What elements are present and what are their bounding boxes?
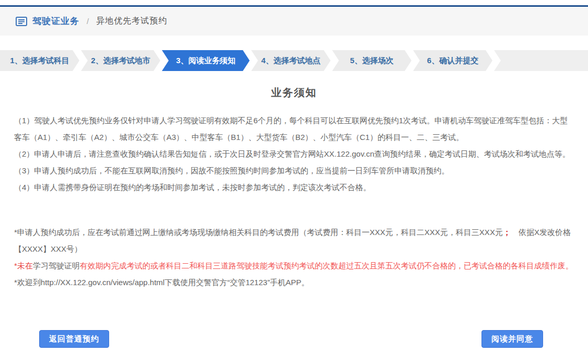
page-header: 驾驶证业务 / 异地优先考试预约: [0, 7, 588, 36]
breadcrumb-separator: /: [87, 17, 89, 26]
warning-line: *未在学习驾驶证明有效期内完成考试的或者科目二和科目三道路驾驶技能考试预约考试的…: [14, 257, 574, 274]
breadcrumb-service-title[interactable]: 驾驶证业务: [32, 15, 79, 27]
warning-prefix: *未在: [14, 261, 33, 270]
step-3-read-notice[interactable]: 3、阅读业务须知: [162, 50, 250, 71]
menu-list-icon: [16, 17, 27, 26]
footer-actions: 返回普通预约 阅读并同意: [0, 330, 588, 348]
warning-gray-text: 学习驾驶证明: [33, 261, 80, 270]
top-strip: [0, 0, 588, 5]
app-download-note: *欢迎到http://XX.122.gov.cn/views/app.html下…: [14, 274, 574, 291]
read-and-agree-button[interactable]: 阅读并同意: [481, 330, 543, 348]
step-4-select-site[interactable]: 4、选择考试地点: [251, 50, 331, 71]
page-title: 业务须知: [14, 86, 574, 100]
notice-content: 业务须知 （1）驾驶人考试优先预约业务仅针对申请人学习驾驶证明有效期不足6个月的…: [0, 86, 588, 291]
notice-paragraph-3: （3）申请人预约成功后，不能在互联网取消预约，因故不能按照预约时间参加考试的，应…: [14, 162, 574, 179]
fee-note-red-semicolon: ；: [503, 228, 511, 237]
back-to-normal-booking-button[interactable]: 返回普通预约: [39, 330, 109, 348]
step-1-select-subject[interactable]: 1、选择考试科目: [0, 50, 79, 71]
breadcrumb-current-page: 异地优先考试预约: [96, 16, 167, 27]
step-wizard-filler: [494, 50, 588, 71]
fee-note-text: *申请人预约成功后，应在考试前通过网上缴纳或考场现场缴纳相关科目的考试费用（考试…: [14, 228, 503, 237]
notice-paragraph-2: （2）申请人申请后，请注意查收预约确认结果告知短信，或于次日及时登录交警官方网站…: [14, 146, 574, 162]
notice-paragraph-4: （4）申请人需携带身份证明在预约的考场和时间参加考试，未按时参加考试的，判定该次…: [14, 179, 574, 196]
step-6-confirm-submit[interactable]: 6、确认并提交: [413, 50, 492, 71]
fee-note-line: *申请人预约成功后，应在考试前通过网上缴纳或考场现场缴纳相关科目的考试费用（考试…: [14, 224, 574, 257]
warning-red-text: 有效期内完成考试的或者科目二和科目三道路驾驶技能考试预约考试的次数超过五次且第五…: [80, 261, 573, 270]
step-5-select-session[interactable]: 5、选择场次: [332, 50, 411, 71]
step-wizard: 1、选择考试科目 2、选择考试地市 3、阅读业务须知 4、选择考试地点 5、选择…: [0, 50, 588, 71]
notice-paragraph-1: （1）驾驶人考试优先预约业务仅针对申请人学习驾驶证明有效期不足6个月的，每个科目…: [14, 112, 574, 146]
step-2-select-city[interactable]: 2、选择考试地市: [81, 50, 160, 71]
